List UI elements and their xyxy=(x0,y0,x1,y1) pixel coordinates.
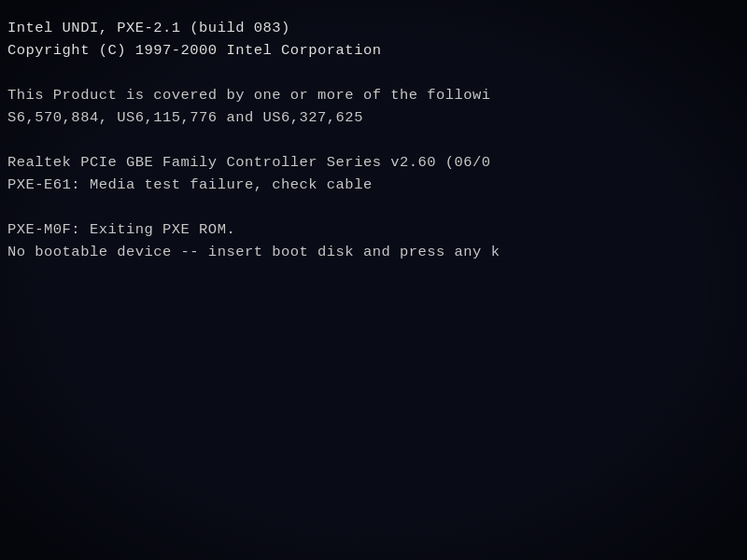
terminal-line-5: S6,570,884, US6,115,776 and US6,327,625 xyxy=(7,106,738,129)
terminal-line-8: PXE-E61: Media test failure, check cable xyxy=(7,174,738,196)
terminal-line-blank-1 xyxy=(7,62,738,84)
terminal-output: Intel UNDI, PXE-2.1 (build 083) Copyrigh… xyxy=(7,17,738,263)
terminal-line-4: This Product is covered by one or more o… xyxy=(7,84,738,106)
terminal-screen: Intel UNDI, PXE-2.1 (build 083) Copyrigh… xyxy=(0,0,747,560)
terminal-line-2: Copyright (C) 1997-2000 Intel Corporatio… xyxy=(7,39,738,62)
terminal-line-blank-2 xyxy=(7,129,738,151)
terminal-line-11: No bootable device -- insert boot disk a… xyxy=(7,241,738,263)
terminal-line-blank-3 xyxy=(7,196,738,218)
terminal-line-7: Realtek PCIe GBE Family Controller Serie… xyxy=(7,151,738,174)
terminal-line-10: PXE-M0F: Exiting PXE ROM. xyxy=(7,218,738,241)
terminal-line-1: Intel UNDI, PXE-2.1 (build 083) xyxy=(7,17,738,39)
